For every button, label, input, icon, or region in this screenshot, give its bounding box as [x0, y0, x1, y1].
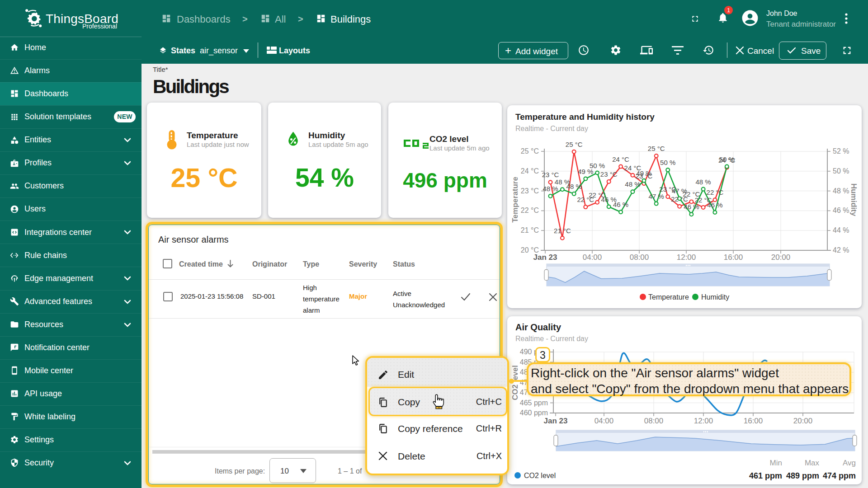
svg-text:461 ppm: 461 ppm [749, 471, 782, 480]
svg-text:20:00: 20:00 [793, 417, 813, 425]
svg-text:46 %: 46 % [833, 206, 849, 214]
svg-text:46 %: 46 % [684, 203, 699, 211]
svg-text:22 °C: 22 °C [707, 188, 724, 196]
svg-text:47 %: 47 % [649, 192, 664, 200]
svg-text:04:00: 04:00 [583, 253, 602, 262]
svg-text:23 °C: 23 °C [521, 187, 539, 195]
svg-text:22 °C: 22 °C [521, 206, 539, 214]
svg-text:04:00: 04:00 [594, 417, 614, 425]
svg-text:46 %: 46 % [707, 201, 722, 209]
svg-text:Humidity: Humidity [849, 183, 858, 216]
svg-text:42 %: 42 % [833, 246, 849, 254]
svg-text:12:00: 12:00 [677, 253, 696, 262]
svg-text:489 ppm: 489 ppm [786, 471, 819, 480]
svg-text:Min: Min [770, 459, 782, 467]
svg-text:48 %: 48 % [566, 183, 582, 190]
svg-text:25 °C: 25 °C [566, 141, 583, 148]
svg-text:25 °C: 25 °C [648, 145, 665, 152]
svg-text:25 °C: 25 °C [521, 147, 539, 155]
svg-text:49 %: 49 % [636, 169, 651, 177]
svg-text:Avg: Avg [843, 459, 856, 467]
svg-text:21 °C: 21 °C [554, 227, 571, 235]
svg-text:48 %: 48 % [625, 180, 640, 188]
svg-text:16:00: 16:00 [744, 417, 763, 425]
svg-text:44 %: 44 % [833, 226, 849, 234]
svg-text:24 °C: 24 °C [521, 167, 539, 175]
svg-text:52 %: 52 % [833, 147, 849, 155]
svg-text:48 %: 48 % [833, 187, 849, 195]
svg-text:21 °C: 21 °C [521, 226, 539, 234]
svg-text:08:00: 08:00 [644, 417, 664, 425]
svg-text:465 ppm: 465 ppm [520, 399, 548, 407]
svg-text:50 %: 50 % [660, 159, 675, 166]
svg-text:46 %: 46 % [613, 201, 628, 208]
svg-text:48 %: 48 % [542, 185, 558, 192]
svg-text:Humidity: Humidity [701, 293, 729, 301]
svg-text:Jan 23: Jan 23 [544, 417, 568, 425]
svg-text:47 %: 47 % [672, 187, 687, 195]
svg-text:23 °C: 23 °C [542, 171, 559, 178]
svg-text:474 ppm: 474 ppm [823, 471, 856, 480]
svg-text:50 %: 50 % [590, 162, 605, 169]
svg-text:50 %: 50 % [719, 155, 735, 163]
svg-text:23 °C: 23 °C [600, 170, 618, 178]
svg-text:460 ppm: 460 ppm [520, 409, 548, 417]
svg-text:24 °C: 24 °C [612, 155, 629, 163]
svg-text:08:00: 08:00 [630, 253, 649, 262]
svg-text:Temperature: Temperature [511, 177, 519, 223]
svg-text:12:00: 12:00 [694, 417, 713, 425]
svg-text:50 %: 50 % [833, 167, 849, 175]
svg-text:Jan 23: Jan 23 [533, 253, 557, 262]
svg-text:20:00: 20:00 [771, 253, 791, 262]
svg-text:Max: Max [805, 459, 820, 467]
svg-text:Temperature: Temperature [648, 293, 689, 301]
svg-text:16:00: 16:00 [724, 253, 743, 262]
svg-text:48 %: 48 % [695, 178, 711, 186]
svg-text:CO2 level: CO2 level [524, 472, 556, 479]
